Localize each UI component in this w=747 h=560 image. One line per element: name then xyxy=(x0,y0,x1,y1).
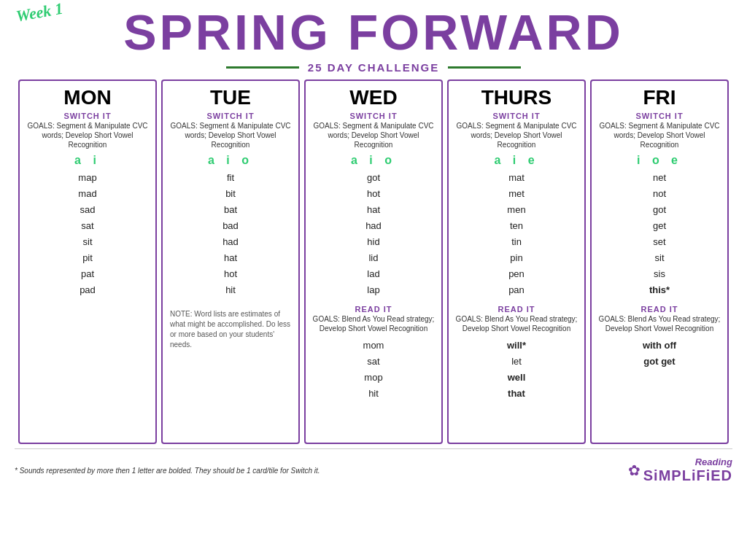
day-name: FRI xyxy=(596,87,723,109)
day-col-wed: WEDSWITCH ITGOALS: Segment & Manipulate … xyxy=(304,79,443,444)
goals-text: GOALS: Segment & Manipulate CVC words; D… xyxy=(167,121,294,149)
day-name: TUE xyxy=(167,87,294,109)
list-item: hat xyxy=(310,202,437,218)
logo-area: ✿ Reading SiMPLiFiED xyxy=(628,456,732,484)
list-item: with off xyxy=(596,338,723,354)
list-item: sit xyxy=(596,250,723,266)
goals-text: GOALS: Segment & Manipulate CVC words; D… xyxy=(24,121,151,149)
day-columns: MONSWITCH ITGOALS: Segment & Manipulate … xyxy=(15,79,732,444)
logo-simplified: SiMPLiFiED xyxy=(643,467,732,484)
main-title: SPRING FORWARD xyxy=(15,7,732,57)
list-item: sad xyxy=(24,202,151,218)
goals-text: GOALS: Segment & Manipulate CVC words; D… xyxy=(310,121,437,149)
day-col-fri: FRISWITCH ITGOALS: Segment & Manipulate … xyxy=(590,79,729,444)
list-item: pat xyxy=(24,266,151,282)
word-list: mapmadsadsatsitpitpatpad xyxy=(24,170,151,299)
day-col-thurs: THURSSWITCH ITGOALS: Segment & Manipulat… xyxy=(447,79,586,444)
footer: * Sounds represented by more then 1 lett… xyxy=(15,456,732,484)
read-word-list: with offgot get xyxy=(596,338,723,370)
list-item: met xyxy=(453,186,580,202)
read-it-label: READ IT xyxy=(596,305,723,314)
list-item: pit xyxy=(24,250,151,266)
list-item: ten xyxy=(453,218,580,234)
logo-flower-icon: ✿ xyxy=(628,462,640,479)
goals-text: GOALS: Segment & Manipulate CVC words; D… xyxy=(453,121,580,149)
list-item: pan xyxy=(453,282,580,298)
list-item: men xyxy=(453,202,580,218)
footer-divider xyxy=(15,448,732,449)
word-list: gothothathadhidlidladlap xyxy=(310,170,437,299)
list-item: hot xyxy=(167,266,294,282)
vowels: a i o xyxy=(310,154,437,167)
switch-label: SWITCH IT xyxy=(24,112,151,120)
vowels: a i e xyxy=(453,154,580,167)
read-word-list: momsatmophit xyxy=(310,338,437,402)
list-item: mom xyxy=(310,338,437,354)
list-item: get xyxy=(596,218,723,234)
list-item: lap xyxy=(310,282,437,298)
day-name: MON xyxy=(24,87,151,109)
read-goals: GOALS: Blend As You Read strategy; Devel… xyxy=(310,314,437,333)
list-item: had xyxy=(167,234,294,250)
list-item: hit xyxy=(167,282,294,298)
list-item: well xyxy=(453,370,580,386)
list-item: got xyxy=(596,202,723,218)
switch-label: SWITCH IT xyxy=(310,112,437,120)
list-item: sat xyxy=(310,354,437,370)
list-item: not xyxy=(596,186,723,202)
word-list: matmetmententinpinpenpan xyxy=(453,170,580,299)
read-word-list: will*letwellthat xyxy=(453,338,580,402)
list-item: lad xyxy=(310,266,437,282)
word-list: fitbitbatbadhadhathothit xyxy=(167,170,294,299)
list-item: pad xyxy=(24,282,151,298)
read-it-label: READ IT xyxy=(453,305,580,314)
list-item: will* xyxy=(453,338,580,354)
header: Week 1 SPRING FORWARD xyxy=(15,7,732,57)
challenge-text: 25 DAY CHALLENGE xyxy=(308,61,439,74)
vowels: a i xyxy=(24,154,151,167)
list-item: lid xyxy=(310,250,437,266)
list-item: net xyxy=(596,170,723,186)
challenge-line-right xyxy=(448,66,521,69)
list-item: hit xyxy=(310,386,437,402)
day-col-mon: MONSWITCH ITGOALS: Segment & Manipulate … xyxy=(18,79,157,444)
vowels: a i o xyxy=(167,154,294,167)
list-item: mat xyxy=(453,170,580,186)
list-item: let xyxy=(453,354,580,370)
list-item: got get xyxy=(596,354,723,370)
list-item: sit xyxy=(24,234,151,250)
switch-label: SWITCH IT xyxy=(453,112,580,120)
challenge-line-left xyxy=(226,66,299,69)
read-it-section: READ ITGOALS: Blend As You Read strategy… xyxy=(310,305,437,402)
list-item: this* xyxy=(596,282,723,298)
list-item: set xyxy=(596,234,723,250)
note-text: NOTE: Word lists are estimates of what m… xyxy=(167,306,294,353)
list-item: mad xyxy=(24,186,151,202)
list-item: sat xyxy=(24,218,151,234)
read-it-label: READ IT xyxy=(310,305,437,314)
list-item: pin xyxy=(453,250,580,266)
list-item: mop xyxy=(310,370,437,386)
list-item: map xyxy=(24,170,151,186)
switch-label: SWITCH IT xyxy=(167,112,294,120)
list-item: bit xyxy=(167,186,294,202)
list-item: bat xyxy=(167,202,294,218)
word-list: netnotgotgetsetsitsisthis* xyxy=(596,170,723,299)
goals-text: GOALS: Segment & Manipulate CVC words; D… xyxy=(596,121,723,149)
read-goals: GOALS: Blend As You Read strategy; Devel… xyxy=(453,314,580,333)
read-it-section: READ ITGOALS: Blend As You Read strategy… xyxy=(453,305,580,402)
vowels: i o e xyxy=(596,154,723,167)
list-item: pen xyxy=(453,266,580,282)
list-item: hot xyxy=(310,186,437,202)
read-it-section: READ ITGOALS: Blend As You Read strategy… xyxy=(596,305,723,370)
logo-reading: Reading xyxy=(643,456,732,467)
list-item: tin xyxy=(453,234,580,250)
day-name: THURS xyxy=(453,87,580,109)
list-item: that xyxy=(453,386,580,402)
list-item: bad xyxy=(167,218,294,234)
switch-label: SWITCH IT xyxy=(596,112,723,120)
list-item: hid xyxy=(310,234,437,250)
page: Week 1 SPRING FORWARD 25 DAY CHALLENGE M… xyxy=(0,0,747,560)
list-item: fit xyxy=(167,170,294,186)
list-item: got xyxy=(310,170,437,186)
